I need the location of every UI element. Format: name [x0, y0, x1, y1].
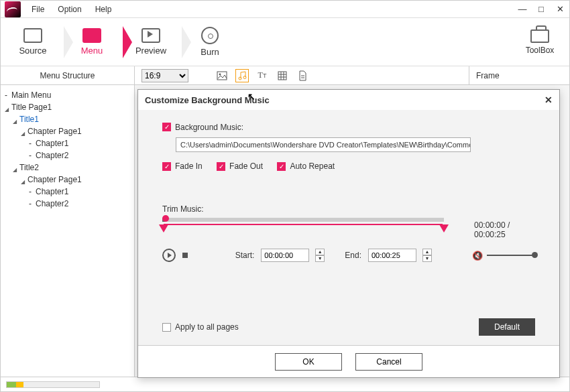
burn-icon: [201, 27, 219, 44]
tree-chapter-page1a[interactable]: Chapter Page1: [19, 125, 131, 137]
customize-music-dialog: Customize Background Music ↖ ✕ ✓Backgrou…: [137, 89, 560, 378]
tree-chapter1a[interactable]: Chapter1: [27, 137, 131, 149]
music-path-field[interactable]: C:\Users\admin\Documents\Wondershare DVD…: [176, 137, 471, 152]
dialog-title: Customize Background Music: [145, 95, 270, 105]
fade-in-checkbox[interactable]: ✓Fade In: [162, 161, 203, 171]
trim-playhead[interactable]: [162, 215, 169, 222]
volume-slider[interactable]: [487, 255, 535, 256]
window-maximize[interactable]: □: [532, 1, 551, 17]
step-preview[interactable]: Preview: [121, 21, 180, 64]
preview-icon: [141, 28, 160, 43]
tree-chapter1b[interactable]: Chapter1: [27, 186, 131, 198]
trim-music-label: Trim Music:: [162, 204, 535, 214]
volume-icon[interactable]: 🔇: [472, 251, 483, 261]
step-toolbox[interactable]: ToolBox: [513, 29, 567, 55]
window-minimize[interactable]: —: [513, 1, 532, 17]
apply-all-checkbox[interactable]: ✓Apply to all pages: [162, 322, 239, 332]
end-spin-down[interactable]: ▼: [422, 255, 432, 262]
auto-repeat-checkbox[interactable]: ✓Auto Repeat: [277, 161, 335, 171]
source-icon: [23, 28, 42, 43]
app-logo: [5, 1, 21, 17]
toolbox-icon: [530, 29, 549, 43]
menu-icon: [82, 28, 101, 43]
end-spin-up[interactable]: ▲: [422, 249, 432, 255]
aspect-select[interactable]: 16:9: [141, 69, 188, 82]
step-menu[interactable]: Menu: [62, 21, 121, 64]
music-icon[interactable]: [235, 69, 249, 82]
frame-header: Frame: [469, 66, 569, 84]
menubar: File Option Help — □ ✕: [1, 1, 569, 18]
start-spin-up[interactable]: ▲: [315, 249, 325, 255]
image-icon[interactable]: [215, 69, 229, 82]
tree-chapter-page1b[interactable]: Chapter Page1: [19, 174, 131, 186]
dialog-close[interactable]: ✕: [545, 94, 553, 105]
play-button[interactable]: [162, 249, 176, 262]
stop-button[interactable]: [182, 253, 188, 258]
end-time-input[interactable]: [368, 249, 416, 262]
trim-timecode: 00:00:00 / 00:00:25: [474, 220, 535, 239]
tree-chapter2a[interactable]: Chapter2: [27, 149, 131, 161]
menu-tree[interactable]: Main Menu Title Page1 Title1 Chapter Pag…: [1, 85, 135, 377]
tree-main-menu[interactable]: Main Menu: [3, 89, 131, 101]
text-icon[interactable]: TT: [255, 69, 269, 82]
menu-help[interactable]: Help: [89, 5, 119, 14]
svg-point-1: [219, 73, 221, 75]
step-nav: Source Menu Preview Burn ToolBox: [1, 18, 569, 66]
page-icon[interactable]: [296, 69, 309, 82]
start-label: Start:: [235, 251, 255, 260]
cancel-button[interactable]: Cancel: [355, 353, 422, 371]
step-burn[interactable]: Burn: [180, 21, 239, 64]
start-spin-down[interactable]: ▼: [315, 255, 325, 262]
end-label: End:: [345, 251, 361, 260]
trim-handle-end[interactable]: [439, 224, 449, 233]
tree-chapter2b[interactable]: Chapter2: [27, 198, 131, 210]
menu-file[interactable]: File: [25, 5, 51, 14]
disc-usage-bar: [6, 381, 100, 388]
status-bar: [1, 377, 569, 391]
tree-title1[interactable]: Title1: [11, 113, 131, 125]
editor-toolbar: Menu Structure 16:9 TT Frame: [1, 66, 569, 85]
step-source[interactable]: Source: [3, 21, 62, 64]
grid-icon[interactable]: [276, 69, 289, 82]
ok-button[interactable]: OK: [275, 353, 342, 371]
trim-slider[interactable]: [162, 218, 444, 222]
svg-point-3: [243, 76, 246, 78]
svg-rect-4: [278, 72, 286, 80]
tree-title-page1[interactable]: Title Page1: [3, 101, 131, 113]
menu-option[interactable]: Option: [51, 5, 88, 14]
dialog-titlebar: Customize Background Music ↖ ✕: [138, 90, 559, 110]
start-time-input[interactable]: [261, 249, 309, 262]
menu-structure-header: Menu Structure: [1, 66, 135, 84]
trim-handle-start[interactable]: [159, 224, 168, 233]
window-close[interactable]: ✕: [551, 1, 569, 17]
tree-title2[interactable]: Title2: [11, 161, 131, 174]
fade-out-checkbox[interactable]: ✓Fade Out: [217, 161, 263, 171]
default-button[interactable]: Default: [479, 318, 535, 336]
bg-music-checkbox[interactable]: ✓Background Music:: [162, 123, 243, 132]
